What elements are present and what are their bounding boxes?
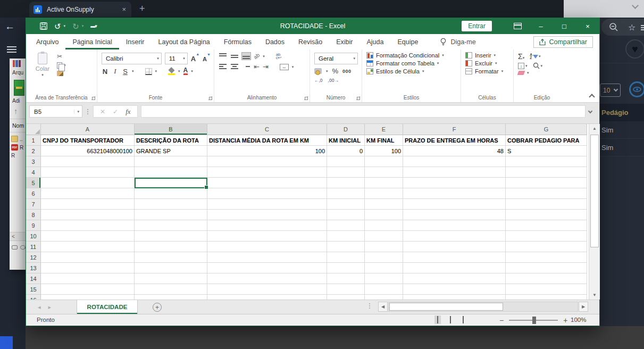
formula-bar-resizer[interactable] bbox=[85, 109, 90, 114]
cell-C12[interactable] bbox=[207, 252, 327, 263]
winrar-hscroll[interactable]: < bbox=[10, 232, 26, 241]
formula-input[interactable] bbox=[141, 105, 586, 118]
cell-C4[interactable] bbox=[207, 167, 327, 178]
cell-G15[interactable] bbox=[506, 284, 587, 295]
cell-D7[interactable] bbox=[327, 199, 365, 210]
tab-arquivo[interactable]: Arquivo bbox=[29, 34, 65, 49]
accounting-format-button[interactable] bbox=[314, 68, 322, 74]
italic-button[interactable]: I bbox=[112, 67, 119, 76]
hamburger-menu-icon[interactable] bbox=[7, 45, 16, 54]
cell-F11[interactable] bbox=[403, 242, 506, 252]
name-box[interactable]: B5 ▾ bbox=[29, 105, 82, 118]
tab-revisao[interactable]: Revisão bbox=[291, 34, 329, 49]
cell-C7[interactable] bbox=[207, 199, 327, 210]
cell-G13[interactable] bbox=[506, 263, 587, 273]
cell-E15[interactable] bbox=[365, 284, 403, 295]
page-size-select[interactable]: 10 bbox=[600, 84, 621, 97]
cell-G1[interactable]: COBRAR PEDAGIO PARA bbox=[506, 135, 587, 146]
underline-dropdown-icon[interactable]: ▾ bbox=[132, 69, 134, 73]
tab-layout-da-pagina[interactable]: Layout da Página bbox=[151, 34, 216, 49]
winrar-up-icon[interactable]: ↑ bbox=[14, 107, 26, 115]
conditional-formatting-button[interactable]: Formatação Condicional▾ bbox=[366, 52, 457, 59]
cell-F2[interactable]: 48 bbox=[403, 146, 506, 156]
cell-E10[interactable] bbox=[365, 231, 403, 242]
find-select-button[interactable]: ▾ bbox=[533, 62, 543, 69]
borders-button[interactable] bbox=[145, 68, 152, 75]
row-header-2[interactable]: 2 bbox=[26, 146, 41, 156]
cell-D15[interactable] bbox=[327, 284, 365, 295]
excel-titlebar[interactable]: ↺▾ ↻▾ ▬▾ ROTACIDADE - Excel Entrar – □ × bbox=[26, 18, 599, 34]
winrar-menu-file[interactable]: Arqu bbox=[11, 70, 26, 76]
sheet-tab-rotacidade[interactable]: ROTACIDADE bbox=[77, 300, 138, 314]
column-header-A[interactable]: A bbox=[41, 124, 135, 135]
vertical-scroll-thumb[interactable] bbox=[590, 135, 599, 247]
winrar-file-item[interactable]: PDFR bbox=[10, 144, 26, 151]
cell-A2[interactable]: 66321048000100 bbox=[41, 146, 135, 156]
cell-B4[interactable] bbox=[135, 167, 207, 178]
scroll-left-icon[interactable]: < bbox=[12, 234, 15, 239]
cell-C5[interactable] bbox=[207, 178, 327, 188]
column-header-G[interactable]: G bbox=[506, 124, 587, 135]
undo-icon[interactable]: ↺ bbox=[54, 22, 61, 30]
cell-G6[interactable] bbox=[506, 188, 587, 199]
cell-D1[interactable]: KM INICIAL bbox=[327, 135, 365, 146]
cell-styles-button[interactable]: Estilos de Célula▾ bbox=[366, 68, 457, 74]
align-top-button[interactable] bbox=[219, 53, 227, 60]
format-as-table-button[interactable]: Formatar como Tabela▾ bbox=[366, 60, 457, 67]
zoom-slider[interactable] bbox=[509, 320, 558, 321]
merge-center-button[interactable]: ↔ bbox=[280, 64, 289, 70]
cell-A13[interactable] bbox=[41, 263, 135, 273]
prev-sheet-icon[interactable]: ◂ bbox=[38, 304, 41, 311]
format-painter-button[interactable] bbox=[57, 71, 66, 76]
decrease-indent-button[interactable]: ⇤ bbox=[254, 63, 260, 71]
number-format-combo[interactable]: Geral▾ bbox=[314, 53, 358, 64]
cell-C14[interactable] bbox=[207, 273, 327, 284]
winrar-window[interactable]: Arqu Adi ↑ Nom ..PDFRXR < bbox=[10, 59, 26, 270]
tab-formulas[interactable]: Fórmulas bbox=[217, 34, 258, 49]
new-sheet-button[interactable]: + bbox=[153, 303, 162, 312]
cell-D12[interactable] bbox=[327, 252, 365, 263]
zoom-slider-handle[interactable] bbox=[532, 317, 536, 324]
row-header-5[interactable]: 5 bbox=[26, 178, 41, 188]
cell-G14[interactable] bbox=[506, 273, 587, 284]
star-icon[interactable]: ☆ bbox=[628, 22, 635, 32]
winrar-file-item[interactable]: .. bbox=[10, 136, 26, 142]
cell-A4[interactable] bbox=[41, 167, 135, 178]
close-tab-icon[interactable]: × bbox=[121, 5, 127, 13]
wrap-text-button[interactable]: abc↩ bbox=[276, 53, 282, 60]
clear-button[interactable] bbox=[517, 71, 525, 75]
new-tab-button[interactable]: + bbox=[139, 3, 145, 14]
cell-C3[interactable] bbox=[207, 156, 327, 167]
customize-qat-icon[interactable]: ▬▾ bbox=[90, 24, 97, 29]
accounting-dropdown-icon[interactable]: ▾ bbox=[326, 69, 328, 73]
cell-B15[interactable] bbox=[135, 284, 207, 295]
cell-D16[interactable] bbox=[327, 295, 365, 300]
sign-in-button[interactable]: Entrar bbox=[462, 21, 492, 31]
fill-button[interactable]: ↓▾ bbox=[518, 63, 528, 69]
row-header-7[interactable]: 7 bbox=[26, 199, 41, 210]
cell-G2[interactable]: S bbox=[506, 146, 587, 156]
cell-C16[interactable] bbox=[207, 295, 327, 300]
cell-G4[interactable] bbox=[506, 167, 587, 178]
cell-F9[interactable] bbox=[403, 220, 506, 231]
increase-decimal-button[interactable]: ←,0 bbox=[314, 78, 323, 83]
health-heart-icon[interactable]: ♥ bbox=[625, 39, 644, 59]
clipboard-dialog-launcher-icon[interactable] bbox=[91, 96, 95, 100]
number-dialog-launcher-icon[interactable] bbox=[356, 96, 360, 100]
cell-B8[interactable] bbox=[135, 210, 207, 220]
cell-A16[interactable] bbox=[41, 295, 135, 300]
cell-E11[interactable] bbox=[365, 242, 403, 252]
cell-E6[interactable] bbox=[365, 188, 403, 199]
cell-F6[interactable] bbox=[403, 188, 506, 199]
row-header-10[interactable]: 10 bbox=[26, 231, 41, 242]
select-all-corner[interactable] bbox=[26, 124, 41, 135]
cancel-formula-icon[interactable]: ✕ bbox=[100, 108, 105, 115]
tab-equipe[interactable]: Equipe bbox=[390, 34, 425, 49]
menu-icon[interactable] bbox=[641, 24, 644, 31]
cell-G3[interactable] bbox=[506, 156, 587, 167]
cell-D2[interactable]: 0 bbox=[327, 146, 365, 156]
cell-F1[interactable]: PRAZO DE ENTREGA EM HORAS bbox=[403, 135, 506, 146]
cell-B5[interactable] bbox=[135, 178, 207, 188]
cell-E12[interactable] bbox=[365, 252, 403, 263]
row-header-16[interactable]: 16 bbox=[26, 295, 41, 300]
